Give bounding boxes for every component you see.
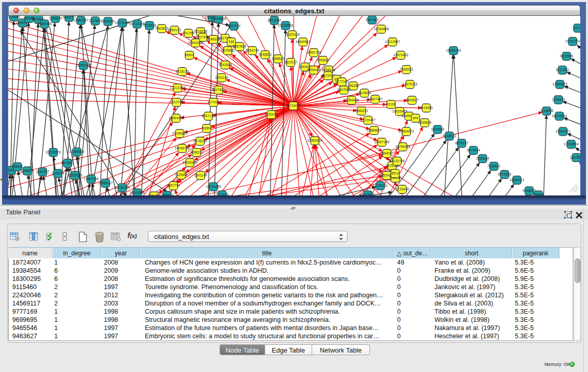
svg-text:12093872: 12093872 xyxy=(552,82,568,86)
svg-text:5322037: 5322037 xyxy=(284,60,297,64)
svg-text:12213967: 12213967 xyxy=(385,40,400,43)
svg-text:1156819: 1156819 xyxy=(49,16,62,20)
svg-text:3975867: 3975867 xyxy=(61,161,74,165)
svg-text:746266: 746266 xyxy=(347,84,359,87)
svg-text:924561: 924561 xyxy=(533,193,544,195)
svg-text:928450: 928450 xyxy=(148,194,160,195)
svg-text:1342757: 1342757 xyxy=(36,170,49,173)
svg-text:15716485: 15716485 xyxy=(206,185,221,188)
svg-text:16648784: 16648784 xyxy=(446,49,461,52)
svg-text:2135061: 2135061 xyxy=(8,16,20,18)
svg-text:3215958: 3215958 xyxy=(540,109,553,113)
svg-text:935061: 935061 xyxy=(12,165,23,168)
svg-text:16961758: 16961758 xyxy=(306,51,321,54)
svg-text:9115460: 9115460 xyxy=(420,106,433,110)
svg-text:20364436: 20364436 xyxy=(344,98,359,102)
svg-text:7515526: 7515526 xyxy=(143,24,156,27)
svg-text:15751074: 15751074 xyxy=(565,39,580,43)
svg-text:5226058: 5226058 xyxy=(194,30,207,33)
svg-text:2967608: 2967608 xyxy=(233,45,246,48)
svg-text:6497568: 6497568 xyxy=(337,88,351,92)
svg-text:9457791: 9457791 xyxy=(167,184,180,187)
svg-text:10688609: 10688609 xyxy=(366,128,382,132)
svg-text:9146821: 9146821 xyxy=(258,53,272,56)
svg-text:10218506: 10218506 xyxy=(278,24,293,27)
svg-text:16543362: 16543362 xyxy=(188,41,203,45)
svg-text:14099489: 14099489 xyxy=(182,161,198,164)
svg-text:844: 844 xyxy=(412,116,418,120)
svg-text:10719155: 10719155 xyxy=(115,21,130,25)
svg-text:1588520: 1588520 xyxy=(271,57,285,60)
svg-text:62160: 62160 xyxy=(386,102,396,106)
svg-text:12505135: 12505135 xyxy=(67,173,82,177)
svg-text:16120746: 16120746 xyxy=(389,159,405,163)
svg-text:7986372: 7986372 xyxy=(355,109,368,113)
svg-text:546: 546 xyxy=(228,40,234,43)
svg-text:20053346: 20053346 xyxy=(76,63,91,67)
svg-text:10807487: 10807487 xyxy=(367,97,383,101)
svg-text:10973493: 10973493 xyxy=(393,53,408,57)
svg-text:1733426: 1733426 xyxy=(396,187,409,191)
svg-text:7625402: 7625402 xyxy=(175,173,188,177)
svg-text:9384067: 9384067 xyxy=(380,151,394,155)
svg-text:15692971: 15692971 xyxy=(555,129,571,133)
svg-text:1640954: 1640954 xyxy=(431,127,444,131)
svg-text:16640910: 16640910 xyxy=(295,40,311,43)
svg-text:19654923: 19654923 xyxy=(399,129,414,133)
svg-text:12975115: 12975115 xyxy=(403,82,418,86)
svg-text:6879197: 6879197 xyxy=(455,141,468,145)
svg-text:17016504: 17016504 xyxy=(563,142,579,146)
svg-text:18724007: 18724007 xyxy=(286,104,301,107)
svg-text:8960123: 8960123 xyxy=(168,28,181,32)
svg-text:9777169: 9777169 xyxy=(335,80,349,83)
svg-text:417006: 417006 xyxy=(208,100,219,104)
svg-text:3498222: 3498222 xyxy=(190,150,203,154)
svg-text:6794028: 6794028 xyxy=(322,68,335,72)
svg-text:6039695: 6039695 xyxy=(418,121,431,124)
svg-text:7663822: 7663822 xyxy=(155,27,168,30)
svg-text:8578333: 8578333 xyxy=(193,139,207,143)
svg-text:9242848: 9242848 xyxy=(219,63,232,67)
svg-text:9474444: 9474444 xyxy=(467,148,480,152)
svg-text:98901: 98901 xyxy=(185,53,194,57)
svg-text:3875685: 3875685 xyxy=(221,49,234,52)
svg-text:16782759: 16782759 xyxy=(115,186,130,189)
svg-text:8990448: 8990448 xyxy=(307,68,320,72)
svg-text:17957255: 17957255 xyxy=(83,177,99,181)
svg-text:12213363: 12213363 xyxy=(170,86,185,90)
svg-text:1167534: 1167534 xyxy=(570,156,580,159)
svg-text:17359924: 17359924 xyxy=(69,150,84,154)
svg-text:10653267: 10653267 xyxy=(73,18,89,22)
svg-text:20691406: 20691406 xyxy=(37,22,52,26)
svg-text:12923466: 12923466 xyxy=(129,191,145,194)
svg-text:1691144: 1691144 xyxy=(194,173,207,177)
svg-text:1327602: 1327602 xyxy=(89,19,102,23)
svg-text:2935114: 2935114 xyxy=(476,157,489,160)
svg-text:15720407: 15720407 xyxy=(360,118,376,122)
svg-text:1530027: 1530027 xyxy=(265,113,278,116)
svg-text:9245652: 9245652 xyxy=(522,189,536,192)
svg-text:19756928: 19756928 xyxy=(395,145,410,148)
svg-text:9245652: 9245652 xyxy=(361,193,375,195)
svg-text:11325419: 11325419 xyxy=(285,33,300,36)
svg-text:8471626: 8471626 xyxy=(498,172,511,176)
svg-text:2718176: 2718176 xyxy=(176,70,189,73)
svg-text:7632621: 7632621 xyxy=(487,164,500,168)
svg-text:19654985: 19654985 xyxy=(168,116,184,120)
svg-text:16033809: 16033809 xyxy=(211,17,226,20)
svg-text:2687682: 2687682 xyxy=(365,18,379,21)
svg-text:7485063: 7485063 xyxy=(400,68,413,71)
svg-text:891295: 891295 xyxy=(183,31,194,35)
svg-text:2803144: 2803144 xyxy=(215,76,228,79)
svg-text:16046758: 16046758 xyxy=(175,146,190,150)
svg-text:10958117: 10958117 xyxy=(98,181,113,185)
svg-text:53594: 53594 xyxy=(202,126,212,130)
svg-text:8427552: 8427552 xyxy=(212,88,225,92)
svg-text:18907249: 18907249 xyxy=(374,140,389,144)
svg-text:6466160: 6466160 xyxy=(101,19,115,23)
svg-text:8454749: 8454749 xyxy=(246,49,259,52)
svg-text:16210643: 16210643 xyxy=(552,114,567,118)
svg-text:16154808: 16154808 xyxy=(374,27,389,31)
svg-text:11173: 11173 xyxy=(573,26,580,30)
svg-text:7857224: 7857224 xyxy=(227,24,241,28)
